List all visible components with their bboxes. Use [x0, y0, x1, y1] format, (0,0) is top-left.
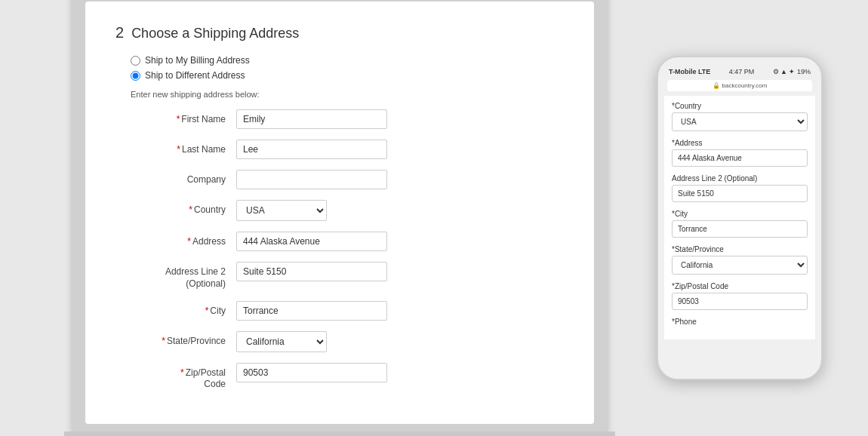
radio-different-label: Ship to Different Address	[145, 70, 245, 81]
required-star: *	[187, 236, 191, 247]
phone-url-bar[interactable]: 🔒 backcountry.com	[667, 80, 812, 91]
last-name-row: *Last Name	[115, 140, 564, 159]
step-number: 2	[115, 24, 124, 41]
state-row: *State/Province California New York Texa…	[115, 331, 564, 352]
address2-row: Address Line 2(Optional)	[115, 262, 564, 290]
country-select[interactable]: USA Canada UK	[236, 200, 327, 221]
company-row: Company	[115, 170, 564, 189]
laptop-base	[64, 431, 615, 436]
phone-url: backcountry.com	[722, 82, 768, 89]
phone-content: *Country USA Canada UK *Address Address …	[664, 96, 815, 339]
city-row: *City	[115, 301, 564, 321]
required-star: *	[162, 336, 165, 346]
last-name-input[interactable]	[236, 140, 387, 159]
company-label: Company	[115, 170, 236, 185]
phone-time: 4:47 PM	[729, 68, 755, 75]
radio-different-input[interactable]	[131, 71, 140, 81]
zip-input[interactable]	[236, 363, 387, 382]
country-label: *Country	[115, 200, 236, 215]
phone-phone-group: *Phone	[672, 318, 808, 326]
phone-status-bar: T-Mobile LTE 4:47 PM ⚙ ▲ ✦ 19%	[664, 66, 815, 78]
city-input[interactable]	[236, 301, 387, 321]
address-row: *Address	[115, 232, 564, 251]
required-star: *	[177, 114, 180, 124]
phone-country-group: *Country USA Canada UK	[672, 102, 808, 131]
scene: 2 Choose a Shipping Address Ship to My B…	[0, 0, 868, 436]
address-input[interactable]	[236, 232, 387, 251]
radio-billing-input[interactable]	[131, 56, 140, 66]
first-name-input[interactable]	[236, 109, 387, 129]
section-title: 2 Choose a Shipping Address	[115, 24, 564, 41]
phone-icons: ⚙ ▲ ✦ 19%	[773, 68, 811, 75]
phone-zip-label: *Zip/Postal Code	[672, 282, 808, 290]
phone-state-select[interactable]: California New York Texas	[672, 256, 808, 275]
phone-state-label: *State/Province	[672, 245, 808, 253]
phone-phone-label: *Phone	[672, 318, 808, 326]
phone-country-label: *Country	[672, 102, 808, 110]
phone-address2-input[interactable]	[672, 185, 808, 202]
zip-row: *Zip/PostalCode	[115, 363, 564, 391]
radio-billing-label: Ship to My Billing Address	[145, 55, 250, 66]
required-star: *	[189, 204, 192, 215]
phone-carrier: T-Mobile LTE	[669, 68, 710, 75]
country-row: *Country USA Canada UK	[115, 200, 564, 221]
phone-zip-input[interactable]	[672, 293, 808, 310]
phone-address-label: *Address	[672, 139, 808, 147]
laptop-screen: 2 Choose a Shipping Address Ship to My B…	[85, 2, 594, 423]
radio-ship-billing[interactable]: Ship to My Billing Address	[131, 55, 564, 66]
address-label: *Address	[115, 232, 236, 247]
state-select[interactable]: California New York Texas	[236, 331, 327, 352]
state-label: *State/Province	[115, 331, 236, 346]
lock-icon: 🔒	[713, 82, 720, 89]
phone-address2-label: Address Line 2 (Optional)	[672, 174, 808, 183]
required-star: *	[180, 367, 184, 378]
phone-city-label: *City	[672, 210, 808, 218]
zip-label: *Zip/PostalCode	[115, 363, 236, 391]
company-input[interactable]	[236, 170, 387, 189]
first-name-label: *First Name	[115, 109, 236, 124]
address2-input[interactable]	[236, 262, 387, 281]
section-heading: Choose a Shipping Address	[131, 26, 299, 41]
radio-ship-different[interactable]: Ship to Different Address	[131, 70, 564, 81]
phone-zip-group: *Zip/Postal Code	[672, 282, 808, 310]
radio-group: Ship to My Billing Address Ship to Diffe…	[115, 55, 564, 81]
last-name-label: *Last Name	[115, 140, 236, 155]
address2-label: Address Line 2(Optional)	[115, 262, 236, 290]
required-star: *	[177, 144, 180, 155]
phone-city-group: *City	[672, 210, 808, 238]
phone-state-group: *State/Province California New York Texa…	[672, 245, 808, 275]
phone-bezel: T-Mobile LTE 4:47 PM ⚙ ▲ ✦ 19% 🔒 backcou…	[657, 56, 823, 380]
first-name-row: *First Name	[115, 109, 564, 129]
phone-wrapper: T-Mobile LTE 4:47 PM ⚙ ▲ ✦ 19% 🔒 backcou…	[657, 56, 823, 380]
laptop-wrapper: 2 Choose a Shipping Address Ship to My B…	[45, 0, 634, 436]
phone-address-input[interactable]	[672, 149, 808, 167]
address-hint: Enter new shipping address below:	[115, 90, 564, 99]
phone-city-input[interactable]	[672, 220, 808, 238]
phone-address-group: *Address	[672, 139, 808, 167]
laptop-bezel: 2 Choose a Shipping Address Ship to My B…	[72, 0, 608, 431]
phone-address2-group: Address Line 2 (Optional)	[672, 174, 808, 202]
required-star: *	[205, 306, 209, 316]
phone-country-select[interactable]: USA Canada UK	[672, 112, 808, 131]
city-label: *City	[115, 301, 236, 316]
